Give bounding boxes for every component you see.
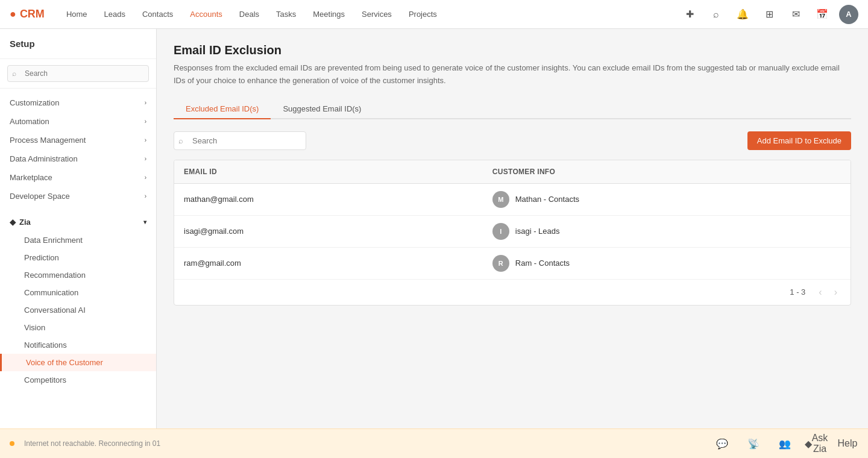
mail-button[interactable]: ✉ <box>786 5 805 24</box>
zia-icon: ◆ <box>10 218 16 227</box>
sidebar-item-customization[interactable]: Customization › <box>0 93 156 112</box>
nav-meetings[interactable]: Meetings <box>306 6 352 22</box>
prev-page-button[interactable]: ‹ <box>815 286 825 299</box>
sidebar-search-container: ⌕ <box>0 59 156 89</box>
channels-button[interactable]: 📡 <box>743 433 764 454</box>
create-button[interactable]: ✚ <box>680 5 699 24</box>
bottom-bar: Internet not reachable. Reconnecting in … <box>0 428 868 458</box>
communication-label: Communication <box>24 288 78 297</box>
bottom-icons: 💬 📡 👥 ◆ Ask Zia Help <box>711 433 858 454</box>
sidebar-title: Setup <box>0 29 156 59</box>
sidebar-section-main: Customization › Automation › Process Man… <box>0 89 156 210</box>
nav-services[interactable]: Services <box>354 6 399 22</box>
status-dot <box>10 441 14 446</box>
sidebar-item-process-management[interactable]: Process Management › <box>0 131 156 149</box>
customer-avatar-0: M <box>492 191 509 208</box>
data-administration-label: Data Administration <box>10 154 78 163</box>
logo-icon: ● <box>10 8 16 20</box>
nav-deals[interactable]: Deals <box>232 6 266 22</box>
user-avatar[interactable]: A <box>839 5 858 24</box>
nav-projects[interactable]: Projects <box>401 6 444 22</box>
tab-suggested-email-ids[interactable]: Suggested Email ID(s) <box>271 99 373 119</box>
email-cell-0: mathan@gmail.com <box>174 183 483 215</box>
customization-label: Customization <box>10 98 59 107</box>
sidebar-item-automation[interactable]: Automation › <box>0 112 156 131</box>
apps-button[interactable]: ⊞ <box>760 5 779 24</box>
contacts-bottom-button[interactable]: 👥 <box>774 433 796 454</box>
chevron-left-icon: ‹ <box>819 287 822 297</box>
chats-icon: 💬 <box>716 438 728 450</box>
page-title: Email ID Exclusion <box>174 43 851 57</box>
notifications-label: Notifications <box>24 340 67 350</box>
table-row: mathan@gmail.com M Mathan - Contacts <box>174 183 851 215</box>
sidebar-item-developer-space[interactable]: Developer Space › <box>0 187 156 205</box>
email-search-input[interactable] <box>174 131 306 150</box>
nav-home[interactable]: Home <box>59 6 95 22</box>
sidebar-item-conversational-ai[interactable]: Conversational AI <box>0 301 156 319</box>
contacts-icon: 👥 <box>779 438 791 450</box>
search-bar-container: ⌕ <box>174 131 306 150</box>
help-button[interactable]: Help <box>837 433 858 454</box>
customer-cell-inner-1: I isagi - Leads <box>492 223 841 240</box>
conversational-ai-label: Conversational AI <box>24 306 86 315</box>
ask-zia-button[interactable]: ◆ Ask Zia <box>805 433 827 454</box>
sidebar-item-competitors[interactable]: Competitors <box>0 371 156 389</box>
main-content: Email ID Exclusion Responses from the ex… <box>157 29 868 428</box>
tab-bar: Excluded Email ID(s) Suggested Email ID(… <box>174 99 851 119</box>
sidebar-item-notifications[interactable]: Notifications <box>0 336 156 354</box>
tab-excluded-email-ids[interactable]: Excluded Email ID(s) <box>174 99 271 119</box>
customer-name-2: Ram - Contacts <box>515 259 570 268</box>
automation-label: Automation <box>10 117 49 126</box>
top-nav: ● CRM Home Leads Contacts Accounts Deals… <box>0 0 868 29</box>
sidebar-item-data-enrichment[interactable]: Data Enrichment <box>0 231 156 249</box>
data-enrichment-label: Data Enrichment <box>24 236 83 245</box>
email-cell-1: isagi@gmail.com <box>174 215 483 247</box>
table-body: mathan@gmail.com M Mathan - Contacts isa… <box>174 183 851 279</box>
chevron-right-icon: › <box>145 118 146 125</box>
mail-icon: ✉ <box>792 8 800 20</box>
nav-contacts[interactable]: Contacts <box>135 6 180 22</box>
col-customer-info: Customer Info <box>483 160 851 184</box>
customer-cell-inner-0: M Mathan - Contacts <box>492 191 841 208</box>
chevron-right-icon: › <box>145 193 146 199</box>
sidebar-search-input[interactable] <box>7 65 149 82</box>
nav-leads[interactable]: Leads <box>97 6 133 22</box>
vision-label: Vision <box>24 323 45 332</box>
search-button[interactable]: ⌕ <box>706 5 726 24</box>
zia-label: Zia <box>19 218 31 227</box>
email-table-container: Email ID Customer Info mathan@gmail.com … <box>174 160 851 306</box>
customer-cell-1: I isagi - Leads <box>483 215 851 247</box>
next-page-button[interactable]: › <box>831 286 841 299</box>
create-icon: ✚ <box>686 8 694 20</box>
developer-space-label: Developer Space <box>10 192 70 201</box>
nav-tasks[interactable]: Tasks <box>269 6 303 22</box>
app-name: CRM <box>20 8 45 20</box>
customer-cell-0: M Mathan - Contacts <box>483 183 851 215</box>
chats-button[interactable]: 💬 <box>711 433 733 454</box>
chevron-right-icon: › <box>145 137 146 143</box>
sidebar-item-voice-of-the-customer[interactable]: Voice of the Customer <box>0 354 156 371</box>
sidebar-zia-section: ◆ Zia ▾ Data Enrichment Prediction Recom… <box>0 210 156 391</box>
connection-status: Internet not reachable. Reconnecting in … <box>24 439 160 448</box>
sidebar-item-marketplace[interactable]: Marketplace › <box>0 168 156 187</box>
channels-icon: 📡 <box>747 438 760 450</box>
add-email-id-button[interactable]: Add Email ID to Exclude <box>747 131 851 150</box>
email-table: Email ID Customer Info mathan@gmail.com … <box>174 160 851 279</box>
col-email-id: Email ID <box>174 160 483 184</box>
toolbar: ⌕ Add Email ID to Exclude <box>174 131 851 150</box>
sidebar-item-data-administration[interactable]: Data Administration › <box>0 149 156 168</box>
calendar-button[interactable]: 📅 <box>813 5 832 24</box>
chevron-right-icon: › <box>145 99 146 106</box>
customer-avatar-1: I <box>492 223 509 240</box>
customer-name-1: isagi - Leads <box>515 227 560 236</box>
nav-accounts[interactable]: Accounts <box>183 6 229 22</box>
sidebar-search-wrap: ⌕ <box>7 65 149 82</box>
notifications-button[interactable]: 🔔 <box>733 5 752 24</box>
sidebar-item-recommendation[interactable]: Recommendation <box>0 266 156 284</box>
sidebar-item-prediction[interactable]: Prediction <box>0 249 156 266</box>
marketplace-label: Marketplace <box>10 173 52 182</box>
sidebar-item-communication[interactable]: Communication <box>0 284 156 301</box>
sidebar: Setup ⌕ Customization › Automation › Pro… <box>0 29 157 428</box>
sidebar-item-zia[interactable]: ◆ Zia ▾ <box>0 213 156 231</box>
sidebar-item-vision[interactable]: Vision <box>0 319 156 336</box>
